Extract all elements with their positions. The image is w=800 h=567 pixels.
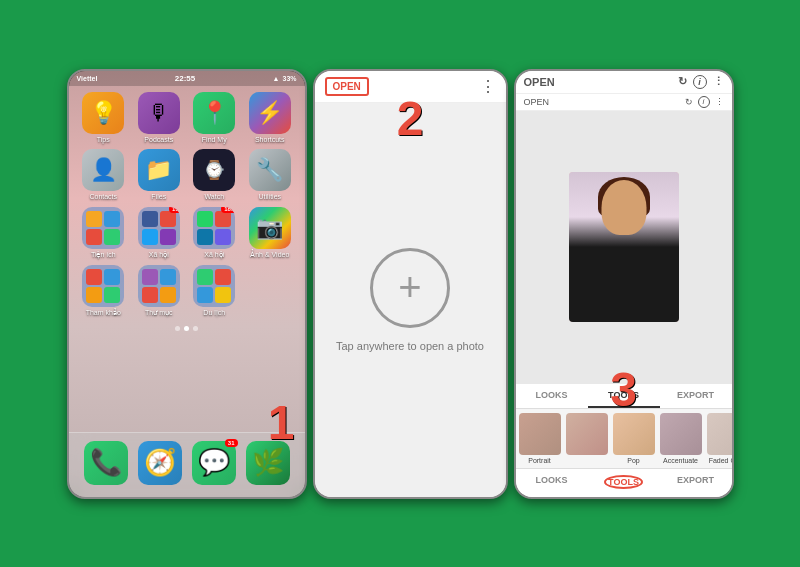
open-button[interactable]: OPEN bbox=[325, 77, 369, 96]
folder-tienich-icon bbox=[82, 207, 124, 249]
safari-app[interactable]: 🧭 bbox=[138, 441, 182, 485]
menu-dots-icon[interactable]: ⋮ bbox=[713, 75, 724, 88]
tutorial-container: Viettel 22:55 ▲ 33% 💡 Tips 🎙 Podcasts bbox=[55, 57, 746, 511]
app-podcasts[interactable]: 🎙 Podcasts bbox=[134, 92, 184, 144]
carrier-signal: Viettel bbox=[77, 75, 98, 82]
filter-pop-thumb bbox=[613, 413, 655, 455]
face bbox=[601, 180, 646, 235]
secondary-info-icon[interactable]: i bbox=[698, 96, 710, 108]
messages-badge: 31 bbox=[225, 439, 238, 447]
page-dots bbox=[69, 322, 305, 335]
folder-thumuc-label: Thư mục bbox=[145, 309, 172, 317]
folder-dulich-label: Du lịch bbox=[203, 309, 225, 317]
photos-icon: 📷 bbox=[249, 207, 291, 249]
phone-1: Viettel 22:55 ▲ 33% 💡 Tips 🎙 Podcasts bbox=[67, 69, 307, 499]
folder-xahoi1-icon: 13 bbox=[138, 207, 180, 249]
app-contacts[interactable]: 👤 Contacts bbox=[79, 149, 129, 201]
app-folder-tienich[interactable]: Tiện ích bbox=[79, 207, 129, 259]
folder-tienich-label: Tiện ích bbox=[91, 251, 116, 259]
page-dot-2 bbox=[184, 326, 189, 331]
messages-app[interactable]: 💬 31 bbox=[192, 441, 236, 485]
utilities-label: Utilities bbox=[258, 193, 281, 201]
podcasts-icon: 🎙 bbox=[138, 92, 180, 134]
secondary-dots-icon[interactable]: ⋮ bbox=[715, 97, 724, 107]
photo-preview bbox=[569, 172, 679, 322]
wifi-icon: ▲ bbox=[273, 75, 280, 82]
phone-app[interactable]: 📞 bbox=[84, 441, 128, 485]
battery-icon: 33% bbox=[282, 75, 296, 82]
page-dot-1 bbox=[175, 326, 180, 331]
folder-xahoi2-icon: 183 bbox=[193, 207, 235, 249]
bottom-tab-looks[interactable]: LOOKS bbox=[516, 475, 588, 489]
step-2-label: 2 bbox=[397, 91, 424, 146]
folder-thamkhao-icon bbox=[82, 265, 124, 307]
tap-to-open-text: Tap anywhere to open a photo bbox=[336, 340, 484, 352]
utilities-icon: 🔧 bbox=[249, 149, 291, 191]
menu-dots[interactable]: ⋮ bbox=[480, 77, 496, 96]
app-watch[interactable]: ⌚ Watch bbox=[190, 149, 240, 201]
bottom-tab-export[interactable]: EXPORT bbox=[660, 475, 732, 489]
filter-unnamed-thumb bbox=[566, 413, 608, 455]
files-label: Files bbox=[151, 193, 166, 201]
filter-pop[interactable]: Pop bbox=[612, 413, 656, 464]
rotate-icon[interactable]: ↻ bbox=[678, 75, 687, 88]
phone-2: OPEN ⋮ 2 + Tap anywhere to open a photo bbox=[313, 69, 508, 499]
editor-bottom-tabs: LOOKS TOOLS EXPORT bbox=[516, 468, 732, 497]
contacts-icon: 👤 bbox=[82, 149, 124, 191]
findmy-label: Find My bbox=[202, 136, 227, 144]
files-icon: 📁 bbox=[138, 149, 180, 191]
add-photo-circle[interactable]: + bbox=[370, 248, 450, 328]
folder-dulich-icon bbox=[193, 265, 235, 307]
tools-circle-indicator: TOOLS bbox=[604, 475, 643, 489]
app-grid: 💡 Tips 🎙 Podcasts 📍 Find My ⚡ Shortcuts … bbox=[69, 86, 305, 323]
app-findmy[interactable]: 📍 Find My bbox=[190, 92, 240, 144]
phone-3: OPEN ↻ i ⋮ OPEN ↻ i ⋮ bbox=[514, 69, 734, 499]
shortcuts-label: Shortcuts bbox=[255, 136, 285, 144]
bottom-tab-tools[interactable]: TOOLS bbox=[588, 475, 660, 489]
tab-export[interactable]: EXPORT bbox=[660, 384, 732, 408]
findmy-icon: 📍 bbox=[193, 92, 235, 134]
filter-accentuate-thumb bbox=[660, 413, 702, 455]
folder-thamkhao-label: Tham khảo bbox=[86, 309, 121, 317]
app-folder-dulich[interactable]: Du lịch bbox=[190, 265, 240, 317]
app-photos[interactable]: 📷 Ảnh & Video bbox=[245, 207, 295, 259]
photo-subject bbox=[569, 172, 679, 322]
filter-accentuate[interactable]: Accentuate bbox=[659, 413, 703, 464]
app-folder-thumuc[interactable]: Thư mục bbox=[134, 265, 184, 317]
filter-accentuate-label: Accentuate bbox=[663, 457, 698, 464]
filter-faded-glow-label: Faded Glow bbox=[709, 457, 732, 464]
time-display: 22:55 bbox=[175, 74, 195, 83]
app-folder-xahoi1[interactable]: 13 Xã hội bbox=[134, 207, 184, 259]
ios-screen: Viettel 22:55 ▲ 33% 💡 Tips 🎙 Podcasts bbox=[69, 71, 305, 497]
app-files[interactable]: 📁 Files bbox=[134, 149, 184, 201]
open-photo-area[interactable]: + Tap anywhere to open a photo bbox=[315, 103, 506, 497]
tab-looks[interactable]: LOOKS bbox=[516, 384, 588, 408]
status-icons: ▲ 33% bbox=[273, 75, 297, 82]
photos-label: Ảnh & Video bbox=[250, 251, 289, 259]
ios-status-bar: Viettel 22:55 ▲ 33% bbox=[69, 71, 305, 86]
tips-label: Tips bbox=[97, 136, 110, 144]
info-icon[interactable]: i bbox=[693, 75, 707, 89]
filter-unnamed[interactable] bbox=[565, 413, 609, 464]
folder-xahoi2-label: Xã hội bbox=[204, 251, 224, 259]
editor-secondary-bar: OPEN ↻ i ⋮ bbox=[516, 94, 732, 111]
app-utilities[interactable]: 🔧 Utilities bbox=[245, 149, 295, 201]
secondary-open-label: OPEN bbox=[524, 97, 550, 107]
app-folder-xahoi2[interactable]: 183 Xã hội bbox=[190, 207, 240, 259]
filter-pop-label: Pop bbox=[627, 457, 639, 464]
watch-icon: ⌚ bbox=[193, 149, 235, 191]
editor-screen: OPEN ↻ i ⋮ OPEN ↻ i ⋮ bbox=[516, 71, 732, 497]
watch-label: Watch bbox=[204, 193, 224, 201]
filter-faded-glow-thumb bbox=[707, 413, 732, 455]
photo-edit-area bbox=[516, 111, 732, 384]
filter-portrait[interactable]: Portrait bbox=[518, 413, 562, 464]
app-folder-thamkhao[interactable]: Tham khảo bbox=[79, 265, 129, 317]
editor-top-icons: ↻ i ⋮ bbox=[678, 75, 724, 89]
app-shortcuts[interactable]: ⚡ Shortcuts bbox=[245, 92, 295, 144]
secondary-rotate-icon[interactable]: ↻ bbox=[685, 97, 693, 107]
app-tips[interactable]: 💡 Tips bbox=[79, 92, 129, 144]
filter-portrait-thumb bbox=[519, 413, 561, 455]
folder-xahoi1-label: Xã hội bbox=[149, 251, 169, 259]
shortcuts-icon: ⚡ bbox=[249, 92, 291, 134]
filter-faded-glow[interactable]: Faded Glow bbox=[706, 413, 732, 464]
